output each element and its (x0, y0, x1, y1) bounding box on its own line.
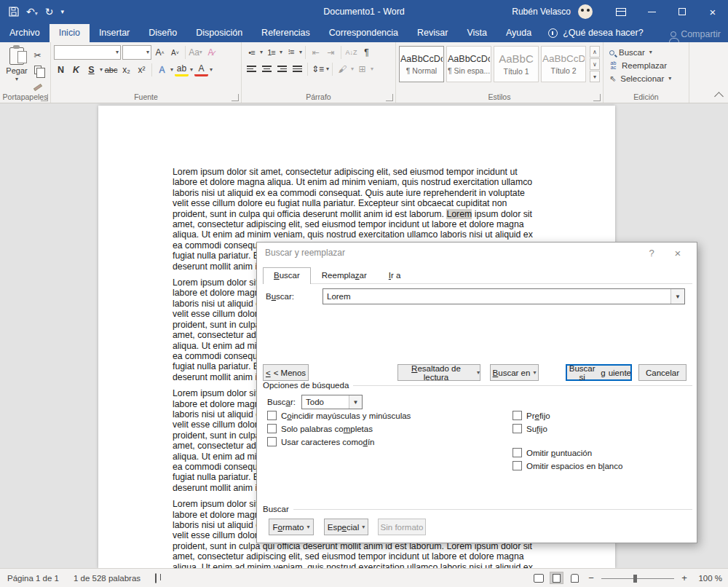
find-in-button[interactable]: Buscar en▾ (490, 364, 539, 381)
shading-button[interactable]: 🖌 (336, 62, 349, 76)
maximize-button[interactable] (667, 0, 697, 23)
show-marks-button[interactable]: ¶ (360, 45, 373, 59)
find-button[interactable]: Buscar▾ (606, 46, 686, 59)
checkbox-wildcards[interactable]: Usar caracteres comodín (267, 437, 374, 446)
less-button[interactable]: << Menos (263, 364, 309, 381)
highlight-color-button[interactable]: ab (175, 63, 189, 76)
font-color-button[interactable]: A (194, 63, 208, 76)
checkbox-prefix[interactable]: Prefijo (513, 411, 550, 420)
underline-dropdown-icon[interactable]: ▾ (100, 67, 103, 73)
styles-scroll-up-icon[interactable]: ∧ (590, 46, 600, 58)
style-heading2[interactable]: AaBbCcD Título 2 (541, 46, 586, 82)
subscript-button[interactable]: x₂ (119, 63, 133, 76)
checkbox-suffix[interactable]: Sufijo (513, 424, 547, 433)
font-color-dropdown-icon[interactable]: ▾ (210, 67, 213, 73)
checkbox-match-case[interactable]: Coincidir mayúsculas y minúsculas (267, 411, 411, 420)
font-dialog-launcher-icon[interactable] (232, 94, 239, 101)
strikethrough-button[interactable]: abc (104, 63, 118, 76)
wildcards-checkbox[interactable] (267, 437, 277, 446)
special-button[interactable]: Especial▾ (324, 519, 368, 535)
borders-button[interactable]: ⊞ (355, 62, 369, 76)
prefix-checkbox[interactable] (513, 411, 522, 420)
search-scope-dropdown-icon[interactable]: ▼ (349, 395, 362, 409)
find-what-value[interactable]: Lorem (323, 292, 670, 301)
user-name[interactable]: Rubén Velasco (512, 7, 571, 17)
tab-correspondencia[interactable]: Correspondencia (320, 24, 408, 42)
cut-button[interactable]: ✂ (31, 48, 44, 62)
redo-icon[interactable]: ↻ (45, 7, 54, 17)
line-spacing-button[interactable]: ⇕≡ (311, 62, 325, 76)
paste-button[interactable]: Pegar ▾ (3, 45, 31, 91)
numbering-button[interactable]: 1≡ (264, 45, 278, 59)
grow-font-button[interactable]: A˄ (153, 46, 167, 60)
dialog-tab-reemplazar[interactable]: Reemplazar (311, 267, 378, 283)
tab-vista[interactable]: Vista (457, 24, 496, 42)
change-case-button[interactable]: Aa▾ (189, 46, 202, 60)
tab-disposicion[interactable]: Disposición (186, 24, 252, 42)
zoom-slider[interactable] (601, 573, 674, 583)
multilevel-dropdown-icon[interactable]: ▾ (299, 50, 302, 55)
style-no-spacing[interactable]: AaBbCcDc ¶ Sin espa... (446, 46, 491, 82)
align-right-button[interactable] (275, 62, 289, 76)
select-button[interactable]: ⇖ Seleccionar▾ (606, 72, 686, 85)
share-button[interactable]: Compartir (670, 29, 721, 39)
ignore-punctuation-checkbox[interactable] (513, 448, 522, 457)
tab-archivo[interactable]: Archivo (0, 24, 50, 42)
tab-ayuda[interactable]: Ayuda (496, 24, 541, 42)
numbering-dropdown-icon[interactable]: ▾ (280, 50, 282, 55)
tab-revisar[interactable]: Revisar (408, 24, 457, 42)
font-size-combo[interactable]: ▾ (122, 45, 151, 60)
sort-button[interactable]: A↓Z (344, 45, 358, 59)
page-indicator[interactable]: Página 1 de 1 (0, 574, 66, 583)
close-button[interactable]: × (697, 0, 728, 23)
zoom-slider-thumb[interactable] (633, 575, 637, 583)
format-painter-button[interactable] (31, 77, 44, 91)
dialog-tab-buscar[interactable]: Buscar (263, 267, 311, 284)
align-center-button[interactable] (260, 62, 274, 76)
find-what-dropdown-icon[interactable]: ▼ (670, 289, 684, 304)
copy-button[interactable] (31, 63, 44, 76)
justify-button[interactable] (290, 62, 304, 76)
print-layout-button[interactable] (550, 572, 563, 583)
customize-quick-access-icon[interactable]: ▾ (60, 9, 64, 15)
decrease-indent-button[interactable]: ⇤ (309, 45, 323, 59)
text-effects-button[interactable]: A (155, 63, 169, 76)
styles-dialog-launcher-icon[interactable] (593, 94, 601, 101)
find-what-combo[interactable]: Lorem ▼ (323, 288, 685, 304)
bullets-button[interactable]: •≡ (245, 45, 258, 59)
ribbon-display-options-button[interactable] (606, 0, 636, 23)
checkbox-ignore-spaces[interactable]: Omitir espacios en blanco (513, 461, 622, 470)
styles-scroll-down-icon[interactable]: ∨ (590, 58, 600, 70)
dialog-help-button[interactable]: ? (638, 248, 665, 259)
read-mode-button[interactable] (532, 572, 545, 583)
tab-referencias[interactable]: Referencias (252, 24, 320, 42)
suffix-checkbox[interactable] (513, 424, 522, 433)
dialog-close-button[interactable]: × (665, 247, 691, 259)
line-spacing-dropdown-icon[interactable]: ▾ (326, 66, 329, 72)
clear-formatting-button[interactable]: A̷ (204, 46, 218, 60)
highlight-dropdown-icon[interactable]: ▾ (190, 67, 193, 73)
find-next-button[interactable]: Buscar siguiente (566, 364, 632, 381)
zoom-in-button[interactable]: + (680, 572, 689, 583)
reading-highlight-button[interactable]: Resaltado de lectura▾ (397, 364, 480, 381)
checkbox-ignore-punctuation[interactable]: Omitir puntuación (513, 448, 592, 457)
style-heading1[interactable]: AaBbC Título 1 (494, 46, 539, 82)
font-name-combo[interactable]: ▾ (54, 45, 121, 60)
ignore-spaces-checkbox[interactable] (513, 461, 522, 470)
align-left-button[interactable] (245, 62, 258, 76)
replace-button[interactable]: abac Reemplazar (606, 59, 686, 72)
superscript-button[interactable]: x² (135, 63, 149, 76)
shading-dropdown-icon[interactable]: ▾ (351, 66, 354, 72)
minimize-button[interactable] (636, 0, 667, 23)
style-normal[interactable]: AaBbCcDc ¶ Normal (399, 46, 444, 82)
clipboard-dialog-launcher-icon[interactable] (41, 94, 48, 101)
tab-diseno[interactable]: Diseño (139, 24, 186, 42)
cancel-button[interactable]: Cancelar (638, 364, 687, 381)
tab-insertar[interactable]: Insertar (90, 24, 139, 42)
increase-indent-button[interactable]: ⇥ (324, 45, 338, 59)
word-count[interactable]: 1 de 528 palabras (66, 574, 148, 583)
undo-icon[interactable]: ↶▾ (26, 7, 38, 17)
text-effects-dropdown-icon[interactable]: ▾ (170, 67, 173, 73)
user-avatar[interactable] (578, 4, 593, 19)
search-scope-combo[interactable]: Todo ▼ (301, 395, 363, 409)
